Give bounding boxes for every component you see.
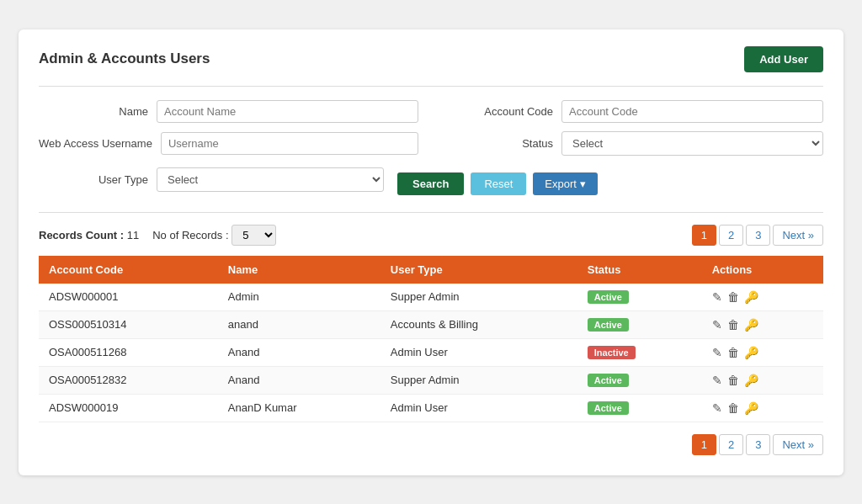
web-access-filter-row: Web Access Username — [39, 131, 418, 156]
users-table: Account Code Name User Type Status Actio… — [39, 256, 823, 422]
filter-section: Name Account Code Web Access Username St… — [39, 100, 823, 156]
col-status: Status — [577, 256, 702, 284]
records-count-value: 11 — [127, 229, 139, 241]
user-type-filter-row: User Type Select Super Admin Admin User … — [39, 167, 384, 192]
actions-group: ✎ 🗑 🔑 — [712, 346, 813, 359]
cell-user-type: Supper Admin — [380, 284, 577, 311]
cell-name: Anand — [218, 338, 380, 366]
cell-status: Active — [577, 366, 702, 394]
edit-icon[interactable]: ✎ — [712, 401, 722, 415]
delete-icon[interactable]: 🗑 — [727, 290, 739, 304]
cell-name: AnanD Kumar — [218, 394, 380, 422]
page-2-button-bottom[interactable]: 2 — [719, 434, 743, 455]
col-actions: Actions — [702, 256, 823, 284]
cell-status: Active — [577, 310, 702, 338]
user-type-label: User Type — [39, 173, 148, 186]
cell-actions: ✎ 🗑 🔑 — [702, 394, 823, 422]
account-code-filter-row: Account Code — [444, 100, 823, 123]
actions-group: ✎ 🗑 🔑 — [712, 318, 813, 332]
table-row: ADSW000001 Admin Supper Admin Active ✎ 🗑… — [39, 284, 823, 311]
reset-button[interactable]: Reset — [471, 172, 526, 195]
pagination-top: 1 2 3 Next » — [692, 225, 823, 246]
cell-actions: ✎ 🗑 🔑 — [702, 338, 823, 366]
table-controls: Records Count : 11 No of Records : 5 10 … — [39, 225, 823, 246]
user-type-select[interactable]: Select Super Admin Admin User Accounts &… — [157, 167, 384, 192]
username-input[interactable] — [161, 132, 418, 155]
next-page-button-bottom[interactable]: Next » — [773, 434, 823, 455]
edit-icon[interactable]: ✎ — [712, 346, 722, 359]
cell-user-type: Admin User — [380, 394, 577, 422]
records-count-label: Records Count : 11 — [39, 229, 139, 241]
delete-icon[interactable]: 🗑 — [727, 401, 739, 415]
table-row: OSA000512832 Anand Supper Admin Active ✎… — [39, 366, 823, 394]
cell-name: Admin — [218, 284, 380, 311]
delete-icon[interactable]: 🗑 — [727, 374, 739, 387]
table-row: ADSW000019 AnanD Kumar Admin User Active… — [39, 394, 823, 422]
header-divider — [39, 86, 823, 87]
col-user-type: User Type — [380, 256, 577, 284]
search-button[interactable]: Search — [397, 172, 464, 195]
key-icon[interactable]: 🔑 — [744, 374, 758, 387]
add-user-button[interactable]: Add User — [744, 46, 823, 72]
cell-user-type: Admin User — [380, 338, 577, 366]
no-of-records-label: No of Records : — [152, 229, 228, 241]
status-badge: Active — [588, 401, 629, 415]
name-label: Name — [39, 105, 148, 118]
cell-account-code: OSS000510314 — [39, 310, 218, 338]
cell-account-code: ADSW000001 — [39, 284, 218, 311]
page-2-button[interactable]: 2 — [719, 225, 743, 246]
delete-icon[interactable]: 🗑 — [727, 318, 739, 332]
page-header: Admin & Accounts Users Add User — [39, 46, 823, 72]
no-of-records-group: No of Records : 5 10 25 50 — [152, 225, 276, 246]
col-account-code: Account Code — [39, 256, 218, 284]
next-page-button[interactable]: Next » — [773, 225, 823, 246]
status-select[interactable]: Select Active Inactive — [561, 131, 823, 156]
edit-icon[interactable]: ✎ — [712, 290, 722, 304]
table-row: OSS000510314 anand Accounts & Billing Ac… — [39, 310, 823, 338]
cell-status: Active — [577, 394, 702, 422]
page-3-button-bottom[interactable]: 3 — [746, 434, 770, 455]
cell-actions: ✎ 🗑 🔑 — [702, 310, 823, 338]
key-icon[interactable]: 🔑 — [744, 346, 758, 359]
cell-user-type: Supper Admin — [380, 366, 577, 394]
page-1-button-bottom[interactable]: 1 — [692, 434, 716, 455]
web-access-label: Web Access Username — [39, 137, 152, 150]
cell-account-code: OSA000511268 — [39, 338, 218, 366]
actions-group: ✎ 🗑 🔑 — [712, 401, 813, 415]
cell-account-code: ADSW000019 — [39, 394, 218, 422]
name-filter-row: Name — [39, 100, 418, 123]
delete-icon[interactable]: 🗑 — [727, 346, 739, 359]
edit-icon[interactable]: ✎ — [712, 318, 722, 332]
key-icon[interactable]: 🔑 — [744, 318, 758, 332]
actions-group: ✎ 🗑 🔑 — [712, 290, 813, 304]
cell-user-type: Accounts & Billing — [380, 310, 577, 338]
page-3-button[interactable]: 3 — [746, 225, 770, 246]
status-badge: Inactive — [588, 346, 636, 359]
name-input[interactable] — [157, 100, 418, 123]
key-icon[interactable]: 🔑 — [744, 401, 758, 415]
account-code-label: Account Code — [444, 105, 553, 118]
cell-status: Inactive — [577, 338, 702, 366]
status-label: Status — [444, 137, 553, 150]
records-count-text: Records Count : — [39, 229, 124, 241]
cell-actions: ✎ 🗑 🔑 — [702, 284, 823, 311]
cell-name: anand — [218, 310, 380, 338]
status-badge: Active — [588, 318, 629, 332]
status-badge: Active — [588, 290, 629, 304]
pagination-bottom: 1 2 3 Next » — [39, 434, 823, 455]
status-filter-row: Status Select Active Inactive — [444, 131, 823, 156]
cell-status: Active — [577, 284, 702, 311]
records-per-page-select[interactable]: 5 10 25 50 — [231, 225, 276, 246]
col-name: Name — [218, 256, 380, 284]
actions-group: ✎ 🗑 🔑 — [712, 374, 813, 387]
page-1-button[interactable]: 1 — [692, 225, 716, 246]
export-button[interactable]: Export ▾ — [533, 172, 597, 195]
key-icon[interactable]: 🔑 — [744, 290, 758, 304]
table-header-row: Account Code Name User Type Status Actio… — [39, 256, 823, 284]
edit-icon[interactable]: ✎ — [712, 374, 722, 387]
table-row: OSA000511268 Anand Admin User Inactive ✎… — [39, 338, 823, 366]
records-info: Records Count : 11 No of Records : 5 10 … — [39, 225, 276, 246]
account-code-input[interactable] — [561, 100, 823, 123]
filter-divider — [39, 212, 823, 213]
main-container: Admin & Accounts Users Add User Name Acc… — [19, 29, 843, 475]
